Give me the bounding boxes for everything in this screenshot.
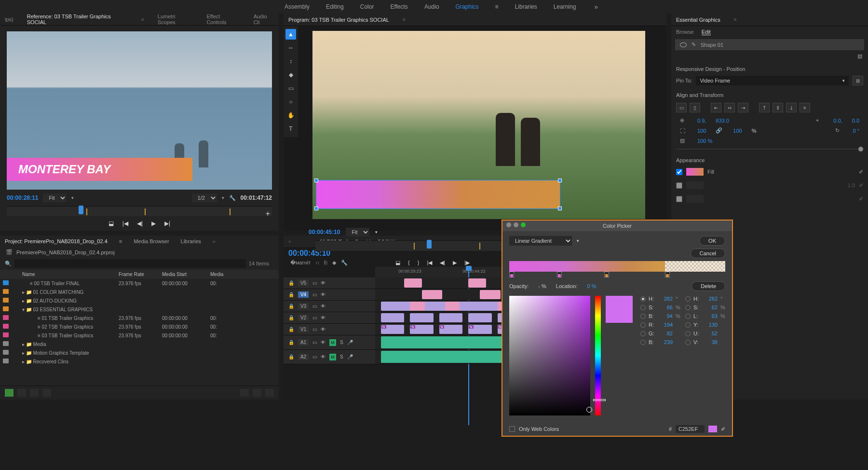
eyedropper-icon[interactable]: ✐ [721,426,725,432]
ws-learning[interactable]: Learning [554,3,576,10]
val-y[interactable]: 130 [703,322,718,328]
stroke-toggle[interactable] [676,182,682,189]
eg-menu-icon[interactable]: ≡ [734,17,737,22]
type-tool-icon[interactable]: T [285,124,296,134]
ws-overflow-icon[interactable]: » [594,3,598,11]
program-menu-icon[interactable]: ≡ [403,17,406,22]
handle-br[interactable] [558,207,562,210]
shadow-toggle[interactable] [676,196,682,202]
track-header-v4[interactable]: 🔒V4▭👁 [284,289,375,300]
val-h2[interactable]: 282 [703,296,718,302]
radio-v[interactable] [685,340,691,345]
col-framerate[interactable]: Frame Rate [119,272,162,277]
clip[interactable] [468,325,491,334]
ws-color[interactable]: Color [360,3,374,10]
new-layer-icon[interactable]: ▧ [857,53,862,59]
col-mediastart[interactable]: Media Start [162,272,210,277]
ws-libraries[interactable]: Libraries [515,3,537,10]
distribute-icon[interactable]: ≡ [800,103,810,112]
handle-tr[interactable] [558,179,562,182]
traffic-min-icon[interactable] [514,222,518,227]
val-s2[interactable]: 62 [703,304,718,310]
mark-out-icon[interactable]: { [408,260,410,266]
table-row[interactable]: ▸ 📁 Recovered Clins [0,357,279,366]
go-prev-icon[interactable]: |◀ [427,260,432,266]
pos-x[interactable]: 0.9, [697,118,706,124]
stop-2[interactable] [557,272,562,277]
prog-zoom-select[interactable]: Fit [346,228,369,236]
val-u[interactable]: 52 [703,331,718,336]
pin-to-dropdown[interactable]: Video Frame▾ [696,76,849,85]
track-header-v3[interactable]: 🔒V3▭👁 [284,301,375,312]
ref-zoom-select[interactable]: Fit [43,194,67,202]
clip[interactable] [410,302,424,311]
pos-y[interactable]: 833.0 [716,118,729,124]
align-vcenter-icon[interactable]: ⇕ [773,103,783,112]
opacity-value[interactable]: - % [538,283,546,289]
bracket-icon[interactable]: } [418,260,420,266]
val-r[interactable]: 194 [658,322,673,328]
location-value[interactable]: 0 % [587,283,597,289]
gradient-preview[interactable] [509,261,725,272]
align-left-icon[interactable]: ⇤ [711,103,721,112]
radio-r[interactable] [640,322,646,328]
layer-shape-01[interactable]: ✎ Shape 01 [675,39,864,50]
add-marker-icon[interactable]: ⬓ [108,220,114,227]
direct-select-icon[interactable]: ↔ [285,42,296,53]
ellipse-tool-icon[interactable]: ○ [285,97,296,107]
clip[interactable] [439,313,462,322]
tl-snap-icon[interactable]: �магніт [290,260,311,266]
ws-editing[interactable]: Editing [326,3,344,10]
list-view-icon[interactable] [17,389,26,397]
clip[interactable] [422,290,442,299]
align-hcenter-icon[interactable]: ⇔ [724,103,735,112]
radio-g[interactable] [640,331,646,336]
align-bottom-icon[interactable]: ⤓ [786,103,797,112]
hue-marker[interactable] [593,399,606,401]
web-colors-checkbox[interactable] [509,426,515,432]
track-header-v1[interactable]: 🔒V1▭👁 [284,324,375,335]
radio-y[interactable] [685,322,691,328]
selected-shape[interactable] [316,180,560,208]
gradient-stops[interactable] [509,273,725,279]
clip[interactable] [468,313,491,322]
radio-u[interactable] [685,331,691,336]
radio-s2[interactable] [685,305,691,310]
field-cursor[interactable] [586,407,592,413]
ws-assembly[interactable]: Assembly [285,3,310,10]
slider-knob[interactable] [858,147,863,152]
opacity-value[interactable]: 100 % [697,138,712,144]
tab-lumetri[interactable]: Lumetri Scopes [158,14,193,25]
hue-slider[interactable] [595,296,601,415]
track-header-a2[interactable]: 🔒A2▭👁MS🎤 [284,350,375,364]
tl-link-icon[interactable]: ⎘ [324,260,327,266]
tab-program[interactable]: Program: 03 TSB Trailer Graphics SOCIAL [288,17,389,23]
clip[interactable] [439,325,462,334]
clip[interactable] [445,302,460,311]
clip[interactable] [381,313,404,322]
proj-menu-icon[interactable]: ≡ [119,238,122,244]
shadow-swatch[interactable] [686,195,704,203]
tab-audio-clip[interactable]: Audio Cli [254,14,274,25]
stop-1[interactable] [509,272,514,277]
go-in-icon[interactable]: |◀ [122,220,128,227]
clip[interactable] [404,278,421,288]
fill-swatch[interactable] [686,168,704,176]
eg-tab-browse[interactable]: Browse [676,29,694,35]
pin-edges-icon[interactable]: ⊞ [853,76,863,85]
step-fwd-icon[interactable]: |▶ [464,260,470,266]
tab-clips-trunc[interactable]: ips) [5,16,14,22]
anchor-y[interactable]: 0.0 [852,118,859,124]
eg-tab-edit[interactable]: Edit [702,29,711,35]
table-row[interactable]: ▸ 📁 Media [0,340,279,348]
ref-playhead[interactable] [79,206,83,214]
opacity-slider[interactable] [676,149,863,150]
val-b[interactable]: 94 [658,313,673,319]
align-group-icon[interactable]: ▭ [676,103,687,112]
eye-icon[interactable] [680,42,687,47]
table-row[interactable]: ≡ 03 TSB Trailer Graphics23.976 fps00:00… [0,331,279,340]
table-row[interactable]: ▸ 📁 Motion Graphics Template [0,348,279,357]
cancel-button[interactable]: Cancel [691,249,725,258]
color-field[interactable] [509,296,590,415]
new-item-icon[interactable] [253,389,261,397]
